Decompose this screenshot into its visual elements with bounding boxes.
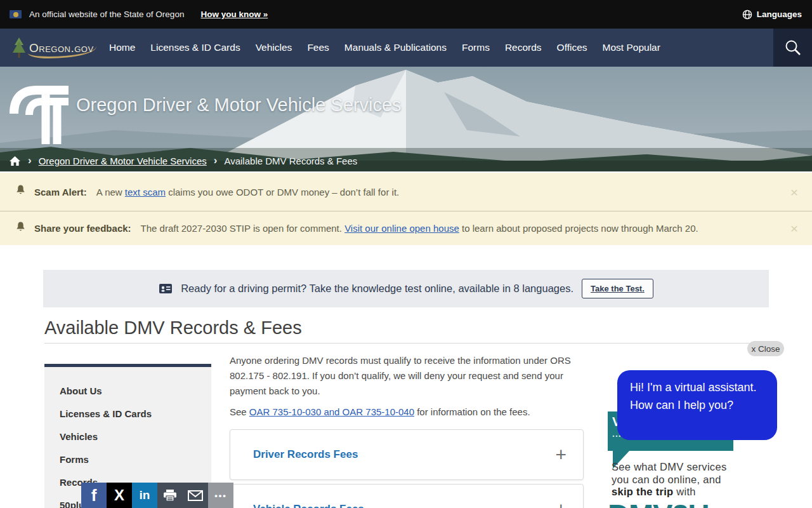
- nav-item-home[interactable]: Home: [109, 42, 135, 53]
- dmv2u-logo[interactable]: DMV2U: [608, 497, 709, 508]
- assistant-message-1: Hi! I'm a virtual assistant.: [630, 378, 764, 396]
- alert-label: Share your feedback:: [34, 223, 131, 234]
- open-house-link[interactable]: Visit our online open house: [344, 223, 459, 234]
- nav-item-fees[interactable]: Fees: [307, 42, 329, 53]
- chevron-icon: ›: [28, 154, 32, 167]
- nav-item-manuals-publications[interactable]: Manuals & Publications: [344, 42, 447, 53]
- sidebar-item-vehicles[interactable]: Vehicles: [44, 425, 211, 448]
- share-toolbar: f X in •••: [81, 483, 233, 508]
- official-banner: An official website of the State of Oreg…: [0, 0, 812, 29]
- accordion-vehicle-records-fees[interactable]: Vehicle Records Fees +: [230, 484, 584, 508]
- oregon-flag-icon: [10, 10, 22, 18]
- take-the-test-button[interactable]: Take the Test.: [582, 279, 653, 298]
- accordion-title: Driver Records Fees: [253, 448, 358, 461]
- x-share-button[interactable]: X: [107, 483, 132, 508]
- linkedin-share-button[interactable]: in: [132, 483, 157, 508]
- promo-line: skip the trip with: [612, 486, 726, 498]
- site-title: Oregon Driver & Motor Vehicle Services: [76, 95, 402, 116]
- feedback-banner: Share your feedback: The draft 2027-2030…: [0, 211, 812, 245]
- sidebar-item-licenses-id-cards[interactable]: Licenses & ID Cards: [44, 403, 211, 425]
- alert-text: A new: [96, 187, 125, 197]
- odot-logo-icon: [8, 73, 69, 147]
- globe-icon: [742, 10, 752, 20]
- alert-text: to learn about proposed projects now thr…: [459, 223, 698, 234]
- email-icon: [188, 490, 203, 501]
- alert-text: The draft 2027-2030 STIP is open for com…: [141, 223, 345, 234]
- fees-text: See: [230, 406, 249, 417]
- more-share-button[interactable]: •••: [208, 483, 233, 508]
- fees-text: for information on the fees.: [414, 406, 530, 417]
- nav-item-licenses-id-cards[interactable]: Licenses & ID Cards: [150, 42, 240, 53]
- nav-item-offices[interactable]: Offices: [557, 42, 587, 53]
- sidebar-item-about-us[interactable]: About Us: [44, 380, 211, 403]
- close-icon[interactable]: ×: [790, 222, 798, 235]
- bell-icon: [15, 222, 26, 236]
- assistant-message-2: How can I help you?: [630, 396, 764, 414]
- alert-label: Scam Alert:: [34, 187, 87, 197]
- intro-paragraph: Anyone ordering DMV records must qualify…: [230, 353, 584, 399]
- virtual-assistant-bubble[interactable]: Hi! I'm a virtual assistant. How can I h…: [617, 370, 777, 440]
- dmv2u-promo-text: See what DMV services you can do online,…: [612, 461, 726, 498]
- promo-text-rest: with: [673, 486, 695, 497]
- alert-text: claims you owe ODOT or DMV money – don’t…: [166, 187, 399, 197]
- alert-message: The draft 2027-2030 STIP is open for com…: [141, 223, 698, 234]
- plus-icon[interactable]: +: [555, 444, 566, 465]
- breadcrumb-parent-link[interactable]: Oregon Driver & Motor Vehicle Services: [39, 156, 207, 166]
- linkedin-icon: in: [140, 488, 150, 502]
- main-content: Anyone ordering DMV records must qualify…: [230, 353, 584, 508]
- home-icon[interactable]: [9, 156, 21, 166]
- scam-alert-banner: Scam Alert: A new text scam claims you o…: [0, 173, 812, 211]
- fees-info-line: See OAR 735-10-030 and OAR 735-10-040 fo…: [230, 404, 584, 420]
- accordion-title: Vehicle Records Fees: [253, 503, 364, 508]
- main-nav: Oregon.gov Home Licenses & ID Cards Vehi…: [0, 29, 812, 67]
- oar-rules-link[interactable]: OAR 735-10-030 and OAR 735-10-040: [249, 406, 414, 417]
- chevron-icon: ›: [214, 154, 218, 167]
- hero-banner: Oregon Driver & Motor Vehicle Services ›…: [0, 67, 812, 171]
- id-card-icon: [159, 283, 173, 294]
- text-scam-link[interactable]: text scam: [125, 187, 166, 197]
- breadcrumb-current: Available DMV Records & Fees: [224, 156, 357, 166]
- plus-icon[interactable]: +: [555, 498, 566, 508]
- alert-message: A new text scam claims you owe ODOT or D…: [96, 187, 399, 197]
- bell-icon: [15, 185, 26, 199]
- print-icon: [163, 489, 177, 502]
- languages-link[interactable]: Languages: [757, 10, 802, 19]
- nav-item-forms[interactable]: Forms: [462, 42, 490, 53]
- permit-test-banner: Ready for a driving permit? Take the kno…: [43, 270, 769, 307]
- nav-item-most-popular[interactable]: Most Popular: [603, 42, 660, 53]
- x-icon: X: [114, 486, 124, 504]
- page-title: Available DMV Records & Fees: [44, 318, 302, 338]
- search-button[interactable]: [773, 29, 812, 67]
- how-you-know-link[interactable]: How you know »: [200, 10, 268, 19]
- facebook-icon: f: [91, 486, 97, 505]
- permit-banner-text: Ready for a driving permit? Take the kno…: [181, 283, 573, 295]
- search-icon: [784, 39, 802, 57]
- nav-menu: Home Licenses & ID Cards Vehicles Fees M…: [109, 42, 660, 53]
- breadcrumb: › Oregon Driver & Motor Vehicle Services…: [9, 151, 357, 170]
- promo-bold-text: skip the trip: [612, 486, 673, 497]
- promo-line: you can do online, and: [612, 474, 726, 486]
- sidebar-item-forms[interactable]: Forms: [44, 448, 211, 471]
- nav-item-vehicles[interactable]: Vehicles: [256, 42, 292, 53]
- close-icon[interactable]: ×: [790, 185, 798, 199]
- accordion-driver-records-fees[interactable]: Driver Records Fees +: [230, 429, 584, 480]
- tree-icon: [11, 37, 27, 58]
- official-text: An official website of the State of Oreg…: [29, 10, 184, 19]
- oregon-gov-logo[interactable]: Oregon.gov: [11, 37, 95, 58]
- nav-item-records[interactable]: Records: [505, 42, 542, 53]
- facebook-share-button[interactable]: f: [81, 483, 107, 508]
- promo-line: See what DMV services: [612, 461, 726, 474]
- assistant-close-button[interactable]: x Close: [747, 341, 784, 356]
- print-button[interactable]: [157, 483, 183, 508]
- divider: [44, 343, 768, 344]
- logo-text: Oregon.gov: [28, 41, 96, 58]
- email-button[interactable]: [183, 483, 208, 508]
- more-icon: •••: [214, 491, 227, 500]
